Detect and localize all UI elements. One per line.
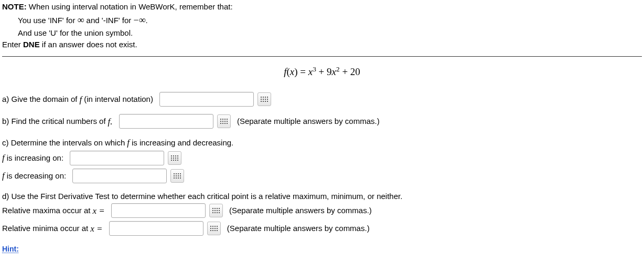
a-f: f xyxy=(79,93,82,107)
keypad-button[interactable] xyxy=(170,169,184,183)
hint-link[interactable]: Hint: xyxy=(2,245,19,253)
note-text-2a: You use 'INF' for xyxy=(18,16,78,25)
divider xyxy=(2,56,642,57)
neg-infinity-symbol: −∞ xyxy=(134,15,146,25)
note-line-3: And use 'U' for the union symbol. xyxy=(18,27,642,39)
keypad-button[interactable] xyxy=(207,222,221,235)
note-line-4: Enter DNE if an answer does not exist. xyxy=(2,39,642,51)
decreasing-input[interactable] xyxy=(72,169,167,183)
note-text-4c: if an answer does not exist. xyxy=(40,40,137,49)
c-f: f xyxy=(127,136,130,150)
c-dec-f: f xyxy=(2,169,5,183)
b-after: (Separate multiple answers by commas.) xyxy=(237,116,380,128)
c-inc-f: f xyxy=(2,151,5,165)
d-after-1: (Separate multiple answers by commas.) xyxy=(229,205,372,217)
c-prompt-pre: c) Determine the intervals on which xyxy=(2,137,125,149)
increasing-input[interactable] xyxy=(70,151,164,165)
note-line-2: You use 'INF' for ∞ and '-INF' for −∞. xyxy=(18,13,642,27)
note-text-2c: . xyxy=(145,16,147,25)
relative-minima-input[interactable] xyxy=(109,221,203,236)
b-f: f. xyxy=(108,115,113,129)
d-prompt: d) Use the First Derivative Test to dete… xyxy=(2,191,402,203)
c-prompt-post: is increasing and decreasing. xyxy=(132,137,233,149)
d-max-pre: Relative maxima occur at xyxy=(2,205,90,217)
d-min-pre: Relative minima occur at xyxy=(2,223,88,235)
keypad-button[interactable] xyxy=(168,151,181,165)
a-prompt-post: (in interval notation) xyxy=(84,93,153,106)
function-formula: f(x) = x3 + 9x2 + 20 xyxy=(2,64,642,80)
keypad-button[interactable] xyxy=(217,114,231,128)
relative-maxima-input[interactable] xyxy=(111,203,206,218)
question-c: c) Determine the intervals on which f is… xyxy=(2,136,642,183)
d-xeq-2: x = xyxy=(90,222,102,236)
keypad-button[interactable] xyxy=(257,92,271,106)
b-prompt-pre: b) Find the critical numbers of xyxy=(2,116,106,128)
question-b: b) Find the critical numbers of f. (Sepa… xyxy=(2,114,642,129)
a-prompt-pre: a) Give the domain of xyxy=(2,93,77,106)
d-xeq-1: x = xyxy=(92,204,104,218)
note-text-4a: Enter xyxy=(2,40,23,49)
note-block: NOTE: When using interval notation in We… xyxy=(2,1,642,51)
infinity-symbol: ∞ xyxy=(78,15,84,25)
keypad-button[interactable] xyxy=(209,204,223,217)
note-text-2b: and '-INF' for xyxy=(84,16,133,25)
c-dec-post: is decreasing on: xyxy=(7,170,66,182)
note-text-1: When using interval notation in WeBWorK,… xyxy=(27,2,233,11)
d-after-2: (Separate multiple answers by commas.) xyxy=(227,223,370,235)
note-label: NOTE: xyxy=(2,2,27,11)
c-inc-post: is increasing on: xyxy=(7,152,63,164)
note-line-1: NOTE: When using interval notation in We… xyxy=(2,1,642,13)
question-d: d) Use the First Derivative Test to dete… xyxy=(2,191,642,236)
critical-numbers-input[interactable] xyxy=(119,114,213,129)
domain-input[interactable] xyxy=(159,92,254,107)
question-a: a) Give the domain of f (in interval not… xyxy=(2,92,642,107)
dne-label: DNE xyxy=(23,40,40,49)
